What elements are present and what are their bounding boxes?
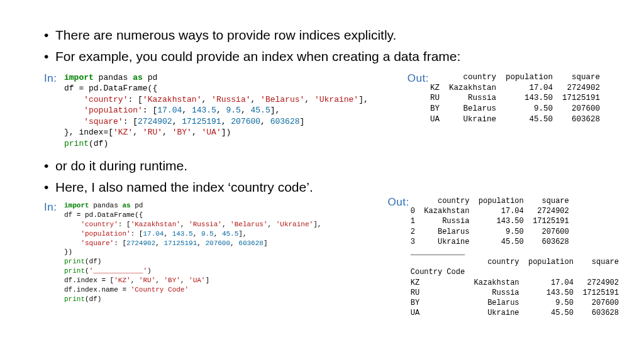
bullet-1: There are numerous ways to provide row i… [44,26,600,44]
output-wrap-2: Out: country population square 0 Kazakhs… [388,196,619,318]
code-block-2: import pandas as pd df = pd.DataFrame({ … [64,201,321,304]
code-block-1: import pandas as pd df = pd.DataFrame({ … [64,72,369,150]
example-1: In: import pandas as pd df = pd.DataFram… [44,72,600,150]
out-label-2: Out: [388,196,411,318]
bullet-2: For example, you could provide an index … [44,48,600,65]
output-block-2: country population square 0 Kazakhstan 1… [411,196,619,318]
slide-content: There are numerous ways to provide row i… [0,0,644,304]
bullet-3: or do it during runtime. [44,157,600,175]
output-block-1: country population square KZ Kazakhstan … [430,72,600,125]
in-label-1: In: [44,72,64,150]
bullet-4: Here, I also named the index ‘country co… [44,178,600,196]
in-label-2: In: [44,201,64,214]
out-label-1: Out: [408,72,430,125]
